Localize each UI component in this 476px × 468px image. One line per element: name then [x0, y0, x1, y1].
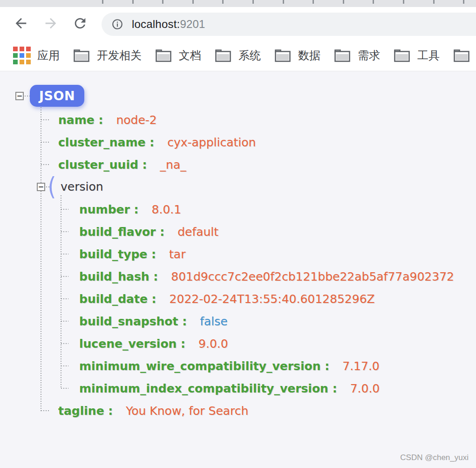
json-row: build_type :tar — [0, 243, 476, 265]
json-value: 2022-02-24T13:55:40.601285296Z — [170, 292, 375, 306]
bookmark-item[interactable]: 工具 — [393, 48, 440, 63]
json-row: number :8.0.1 — [0, 198, 476, 220]
json-row: lucene_version :9.0.0 — [0, 332, 476, 355]
window-top-strip — [0, 0, 476, 7]
json-key: cluster_uuid — [58, 158, 138, 172]
bookmarks-bar: 应用 开发相关 — [0, 40, 476, 71]
bookmark-label: 工具 — [417, 48, 440, 63]
address-bar[interactable]: localhost:9201 — [102, 13, 476, 36]
json-key: minimum_index_compatibility_version — [79, 382, 328, 395]
json-value: 7.0.0 — [350, 382, 380, 395]
folder-icon — [155, 48, 172, 63]
apps-grid-icon — [13, 47, 31, 64]
back-button[interactable] — [13, 15, 29, 31]
url-port: 9201 — [180, 18, 205, 30]
bookmark-label: 系统 — [238, 48, 261, 63]
json-root-badge[interactable]: JSON — [30, 85, 84, 107]
json-key: build_date — [79, 292, 148, 306]
json-row: build_snapshot :false — [0, 310, 476, 332]
json-colon: : — [147, 248, 156, 261]
json-row: cluster_name :cyx-application — [0, 131, 476, 153]
url-host: localhost: — [132, 18, 180, 30]
folder-icon — [214, 48, 232, 63]
bookmark-item[interactable] — [453, 48, 476, 63]
bookmark-label: 应用 — [37, 48, 60, 63]
forward-button[interactable] — [43, 15, 59, 31]
json-value: 801d9ccc7c2ee0f2cb121bbe22ab5af77a902372 — [171, 270, 454, 283]
json-key: build_hash — [79, 270, 150, 283]
collapse-root-button[interactable]: − — [15, 92, 24, 100]
watermark: CSDN @chen_yuxi — [400, 453, 469, 462]
bookmark-item[interactable]: 开发相关 — [73, 48, 142, 63]
level1-rows-after: tagline :You Know, for Search — [0, 399, 476, 422]
folder-icon — [274, 48, 292, 63]
ruler-ticks — [102, 0, 476, 4]
minus-icon: − — [17, 93, 23, 99]
json-value: 7.17.0 — [342, 359, 380, 373]
json-colon: : — [150, 270, 158, 283]
reload-button[interactable] — [72, 15, 88, 31]
json-colon: : — [328, 382, 337, 395]
json-key: build_flavor — [79, 225, 156, 239]
json-row: minimum_wire_compatibility_version :7.17… — [0, 355, 476, 377]
json-colon: : — [95, 113, 103, 127]
object-name: version — [61, 176, 103, 198]
browser-window: localhost:9201 应用 — [0, 0, 476, 468]
json-key: cluster_name — [58, 136, 145, 149]
bookmark-item[interactable]: 数据 — [274, 48, 320, 63]
folder-icon — [73, 48, 90, 63]
json-colon: : — [104, 404, 113, 418]
json-row: build_hash :801d9ccc7c2ee0f2cb121bbe22ab… — [0, 265, 476, 288]
bookmark-item[interactable]: 应用 — [13, 47, 60, 64]
json-key: number — [79, 203, 130, 216]
json-value: You Know, for Search — [126, 404, 248, 418]
json-key: name — [58, 113, 95, 127]
json-value: cyx-application — [167, 136, 256, 149]
reload-icon — [72, 15, 88, 31]
json-value: tar — [169, 248, 185, 261]
bookmark-item[interactable]: 文档 — [155, 48, 201, 63]
json-key: build_snapshot — [79, 315, 178, 328]
json-key: build_type — [79, 248, 147, 261]
json-viewer: − JSON name :node-2 cluster_name :cyx-ap… — [0, 71, 476, 468]
json-value: _na_ — [160, 158, 186, 172]
json-value: default — [177, 225, 218, 239]
json-colon: : — [130, 203, 139, 216]
object-bracket-icon: ( — [48, 173, 56, 201]
bookmark-label: 需求 — [358, 48, 380, 63]
json-value: 9.0.0 — [198, 337, 228, 351]
folder-icon — [393, 48, 411, 63]
folder-icon — [333, 48, 351, 63]
bookmark-item[interactable]: 系统 — [214, 48, 261, 63]
json-colon: : — [138, 158, 147, 172]
level1-rows: name :node-2 cluster_name :cyx-applicati… — [0, 109, 476, 176]
browser-toolbar: localhost:9201 — [0, 7, 476, 40]
json-key: minimum_wire_compatibility_version — [79, 359, 321, 373]
version-object-row: − ( version — [0, 176, 476, 198]
json-key: tagline — [58, 404, 104, 418]
folder-icon — [453, 48, 470, 63]
connector-dots — [25, 96, 30, 96]
info-icon — [111, 18, 123, 30]
bookmark-label: 开发相关 — [97, 48, 142, 63]
forward-icon — [43, 15, 59, 31]
json-colon: : — [156, 225, 164, 239]
bookmark-label: 数据 — [298, 48, 320, 63]
json-key: lucene_version — [79, 337, 177, 351]
json-row: cluster_uuid :_na_ — [0, 153, 476, 176]
site-info-button[interactable] — [111, 18, 123, 30]
json-row: build_date :2022-02-24T13:55:40.60128529… — [0, 288, 476, 310]
json-root-row: − JSON — [0, 71, 476, 109]
collapse-version-button[interactable]: − — [37, 183, 45, 191]
json-colon: : — [148, 292, 156, 306]
json-colon: : — [178, 315, 187, 328]
json-row: build_flavor :default — [0, 220, 476, 243]
json-value: 8.0.1 — [152, 203, 182, 216]
json-colon: : — [321, 359, 330, 373]
json-colon: : — [145, 136, 154, 149]
bookmark-item[interactable]: 需求 — [333, 48, 380, 63]
level2-rows: number :8.0.1 build_flavor :default buil… — [0, 198, 476, 399]
bookmark-label: 文档 — [179, 48, 201, 63]
json-value: node-2 — [116, 113, 156, 127]
json-row: minimum_index_compatibility_version :7.0… — [0, 377, 476, 399]
